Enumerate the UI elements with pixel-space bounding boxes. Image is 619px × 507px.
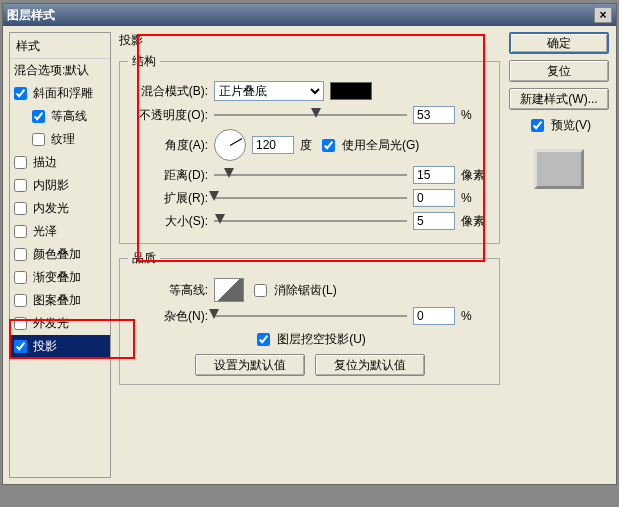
new-style-button[interactable]: 新建样式(W)... — [509, 88, 609, 110]
make-default-button[interactable]: 设置为默认值 — [195, 354, 305, 376]
effect-item-6[interactable]: 光泽 — [10, 220, 110, 243]
antialias-checkbox[interactable]: 消除锯齿(L) — [250, 281, 337, 300]
effect-item-1[interactable]: 等高线 — [10, 105, 110, 128]
size-slider[interactable] — [214, 214, 407, 228]
styles-header: 样式 — [10, 35, 110, 59]
global-light-checkbox[interactable]: 使用全局光(G) — [318, 136, 419, 155]
effect-item-5[interactable]: 内发光 — [10, 197, 110, 220]
blend-mode-label: 混合模式(B): — [128, 83, 208, 100]
structure-legend: 结构 — [128, 53, 160, 70]
effect-item-11[interactable]: 投影 — [10, 335, 110, 358]
size-label: 大小(S): — [128, 213, 208, 230]
opacity-label: 不透明度(O): — [128, 107, 208, 124]
shadow-color-swatch[interactable] — [330, 82, 372, 100]
quality-group: 品质 等高线: 消除锯齿(L) 杂色(N): % — [119, 250, 500, 385]
effect-item-9[interactable]: 图案叠加 — [10, 289, 110, 312]
effect-settings: 投影 结构 混合模式(B): 正片叠底 不透明度(O): % 角度(A): — [111, 32, 500, 478]
quality-legend: 品质 — [128, 250, 160, 267]
size-input[interactable] — [413, 212, 455, 230]
noise-input[interactable] — [413, 307, 455, 325]
styles-list: 样式 混合选项:默认 斜面和浮雕等高线纹理描边内阴影内发光光泽颜色叠加渐变叠加图… — [9, 32, 111, 478]
panel-heading: 投影 — [119, 32, 500, 49]
ok-button[interactable]: 确定 — [509, 32, 609, 54]
opacity-slider[interactable] — [214, 108, 407, 122]
titlebar: 图层样式 × — [3, 4, 616, 26]
effect-item-10[interactable]: 外发光 — [10, 312, 110, 335]
distance-slider[interactable] — [214, 168, 407, 182]
effect-item-4[interactable]: 内阴影 — [10, 174, 110, 197]
spread-label: 扩展(R): — [128, 190, 208, 207]
opacity-input[interactable] — [413, 106, 455, 124]
spread-input[interactable] — [413, 189, 455, 207]
spread-slider[interactable] — [214, 191, 407, 205]
angle-dial[interactable] — [214, 129, 246, 161]
cancel-button[interactable]: 复位 — [509, 60, 609, 82]
blend-options-item[interactable]: 混合选项:默认 — [10, 59, 110, 82]
noise-label: 杂色(N): — [128, 308, 208, 325]
dialog-buttons: 确定 复位 新建样式(W)... 预览(V) — [500, 32, 610, 478]
preview-checkbox[interactable]: 预览(V) — [527, 116, 591, 135]
effect-item-8[interactable]: 渐变叠加 — [10, 266, 110, 289]
effect-item-0[interactable]: 斜面和浮雕 — [10, 82, 110, 105]
distance-label: 距离(D): — [128, 167, 208, 184]
effect-item-2[interactable]: 纹理 — [10, 128, 110, 151]
preview-thumbnail — [534, 149, 584, 189]
knockout-checkbox[interactable]: 图层挖空投影(U) — [253, 330, 366, 349]
effect-item-3[interactable]: 描边 — [10, 151, 110, 174]
reset-default-button[interactable]: 复位为默认值 — [315, 354, 425, 376]
contour-picker[interactable] — [214, 278, 244, 302]
angle-label: 角度(A): — [128, 137, 208, 154]
noise-slider[interactable] — [214, 309, 407, 323]
blend-mode-select[interactable]: 正片叠底 — [214, 81, 324, 101]
contour-label: 等高线: — [128, 282, 208, 299]
window-title: 图层样式 — [7, 7, 55, 24]
angle-input[interactable] — [252, 136, 294, 154]
distance-input[interactable] — [413, 166, 455, 184]
effect-item-7[interactable]: 颜色叠加 — [10, 243, 110, 266]
structure-group: 结构 混合模式(B): 正片叠底 不透明度(O): % 角度(A): 度 — [119, 53, 500, 244]
layer-style-dialog: 图层样式 × 样式 混合选项:默认 斜面和浮雕等高线纹理描边内阴影内发光光泽颜色… — [2, 3, 617, 485]
close-icon[interactable]: × — [594, 7, 612, 23]
